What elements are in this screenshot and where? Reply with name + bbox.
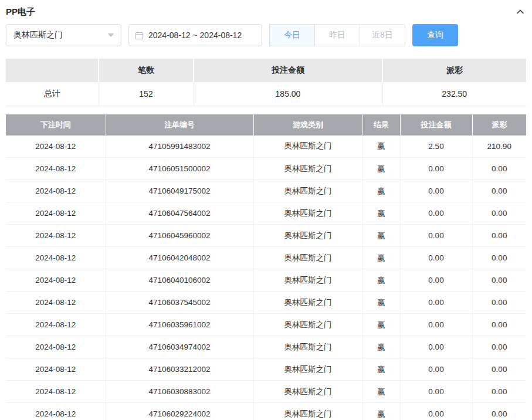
query-button[interactable]: 查询: [412, 24, 458, 46]
payout-cell: 0.00: [472, 158, 526, 180]
game-type-cell: 奥林匹斯之门: [253, 403, 362, 420]
table-row: 2024-08-12 47106029224002 奥林匹斯之门 赢 0.00 …: [6, 403, 526, 420]
table-row: 2024-08-12 47106051500002 奥林匹斯之门 赢 0.00 …: [6, 158, 526, 180]
bet-id-cell: 47106035961002: [106, 314, 253, 336]
result-cell: 赢: [362, 381, 400, 403]
bet-amount-cell: 0.00: [400, 314, 472, 336]
bet-id-cell: 47105991483002: [106, 136, 253, 158]
bet-time-cell: 2024-08-12: [6, 336, 106, 358]
bet-amount-cell: 0.00: [400, 180, 472, 202]
game-type-cell: 奥林匹斯之门: [253, 358, 362, 381]
payout-cell: 0.00: [472, 247, 526, 269]
payout-cell: 210.90: [472, 136, 526, 158]
summary-header-count: 笔数: [99, 59, 194, 82]
payout-cell: 0.00: [472, 403, 526, 420]
table-row: 2024-08-12 47106037545002 奥林匹斯之门 赢 0.00 …: [6, 292, 526, 314]
payout-cell: 0.00: [472, 292, 526, 314]
bet-time-cell: 2024-08-12: [6, 314, 106, 336]
detail-header-payout: 派彩: [472, 114, 526, 136]
game-type-cell: 奥林匹斯之门: [253, 247, 362, 269]
table-row: 2024-08-12 47106042048002 奥林匹斯之门 赢 0.00 …: [6, 247, 526, 269]
table-row: 2024-08-12 47106040106002 奥林匹斯之门 赢 0.00 …: [6, 269, 526, 292]
chevron-down-icon: [108, 33, 114, 37]
bet-time-cell: 2024-08-12: [6, 247, 106, 269]
game-type-cell: 奥林匹斯之门: [253, 314, 362, 336]
bet-time-cell: 2024-08-12: [6, 202, 106, 225]
filter-bar: 奥林匹斯之门 2024-08-12 ~ 2024-08-12 今日 昨日 近8日…: [6, 23, 526, 47]
bet-amount-cell: 0.00: [400, 202, 472, 225]
payout-cell: 0.00: [472, 225, 526, 247]
bet-amount-cell: 0.00: [400, 269, 472, 292]
bet-time-cell: 2024-08-12: [6, 225, 106, 247]
today-button[interactable]: 今日: [269, 24, 315, 46]
game-type-cell: 奥林匹斯之门: [253, 381, 362, 403]
last-8-days-button[interactable]: 近8日: [360, 24, 405, 46]
bet-amount-cell: 0.00: [400, 381, 472, 403]
yesterday-button[interactable]: 昨日: [314, 24, 360, 46]
table-row: 2024-08-12 47106034974002 奥林匹斯之门 赢 0.00 …: [6, 336, 526, 358]
bet-amount-cell: 0.00: [400, 336, 472, 358]
detail-table: 下注时间 注单编号 游戏类别 结果 投注金额 派彩 2024-08-12 471…: [6, 114, 526, 420]
game-type-cell: 奥林匹斯之门: [253, 158, 362, 180]
summary-header-payout: 派彩: [382, 59, 526, 82]
game-type-cell: 奥林匹斯之门: [253, 269, 362, 292]
table-row: 2024-08-12 47106045960002 奥林匹斯之门 赢 0.00 …: [6, 225, 526, 247]
detail-header-bet-amount: 投注金额: [400, 114, 472, 136]
summary-header-empty: [6, 59, 99, 82]
bet-id-cell: 47106029224002: [106, 403, 253, 420]
summary-total-count: 152: [99, 82, 194, 106]
bet-time-cell: 2024-08-12: [6, 292, 106, 314]
result-cell: 赢: [362, 180, 400, 202]
result-cell: 赢: [362, 358, 400, 381]
chevron-up-icon[interactable]: [514, 6, 526, 18]
bet-time-cell: 2024-08-12: [6, 269, 106, 292]
table-row: 2024-08-12 47106049175002 奥林匹斯之门 赢 0.00 …: [6, 180, 526, 202]
summary-total-row: 总计 152 185.00 232.50: [6, 82, 526, 106]
game-select-value: 奥林匹斯之门: [13, 30, 63, 40]
bet-id-cell: 47106040106002: [106, 269, 253, 292]
page-title: PP电子: [6, 6, 35, 18]
table-row: 2024-08-12 47105991483002 奥林匹斯之门 赢 2.50 …: [6, 136, 526, 158]
bet-id-cell: 47106051500002: [106, 158, 253, 180]
quick-date-group: 今日 昨日 近8日: [269, 24, 405, 46]
table-row: 2024-08-12 47106035961002 奥林匹斯之门 赢 0.00 …: [6, 314, 526, 336]
game-select[interactable]: 奥林匹斯之门: [6, 24, 121, 46]
date-range-input[interactable]: 2024-08-12 ~ 2024-08-12: [128, 24, 262, 46]
panel-header: PP电子: [6, 0, 526, 18]
payout-cell: 0.00: [472, 314, 526, 336]
bet-amount-cell: 0.00: [400, 225, 472, 247]
game-type-cell: 奥林匹斯之门: [253, 292, 362, 314]
bet-amount-cell: 2.50: [400, 136, 472, 158]
bet-amount-cell: 0.00: [400, 158, 472, 180]
game-type-cell: 奥林匹斯之门: [253, 136, 362, 158]
result-cell: 赢: [362, 202, 400, 225]
result-cell: 赢: [362, 269, 400, 292]
summary-total-payout: 232.50: [382, 82, 526, 106]
bet-id-cell: 47106037545002: [106, 292, 253, 314]
result-cell: 赢: [362, 136, 400, 158]
bet-time-cell: 2024-08-12: [6, 136, 106, 158]
table-row: 2024-08-12 47106047564002 奥林匹斯之门 赢 0.00 …: [6, 202, 526, 225]
bet-id-cell: 47106042048002: [106, 247, 253, 269]
bet-time-cell: 2024-08-12: [6, 180, 106, 202]
bet-time-cell: 2024-08-12: [6, 381, 106, 403]
game-type-cell: 奥林匹斯之门: [253, 202, 362, 225]
payout-cell: 0.00: [472, 358, 526, 381]
payout-cell: 0.00: [472, 381, 526, 403]
bet-amount-cell: 0.00: [400, 247, 472, 269]
game-type-cell: 奥林匹斯之门: [253, 225, 362, 247]
result-cell: 赢: [362, 247, 400, 269]
bet-id-cell: 47106045960002: [106, 225, 253, 247]
result-cell: 赢: [362, 158, 400, 180]
payout-cell: 0.00: [472, 269, 526, 292]
game-type-cell: 奥林匹斯之门: [253, 336, 362, 358]
result-cell: 赢: [362, 314, 400, 336]
bet-amount-cell: 0.00: [400, 292, 472, 314]
date-range-value: 2024-08-12 ~ 2024-08-12: [148, 31, 242, 40]
bet-time-cell: 2024-08-12: [6, 403, 106, 420]
result-cell: 赢: [362, 225, 400, 247]
summary-total-label: 总计: [6, 82, 99, 106]
result-cell: 赢: [362, 336, 400, 358]
payout-cell: 0.00: [472, 202, 526, 225]
detail-header-bet-time: 下注时间: [6, 114, 106, 136]
